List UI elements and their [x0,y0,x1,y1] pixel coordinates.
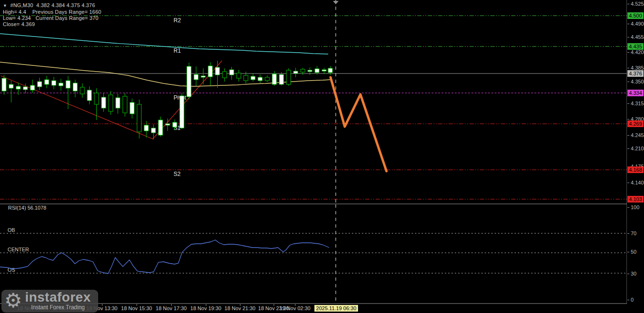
scale-tick-label: 4.315 [631,101,644,106]
symbol-info-line: ▼ #NG,M30 4.382 4.384 4.375 4.376 [3,2,95,8]
price-level-badge: 4.500 [627,12,644,19]
candle-bull [187,66,191,97]
scale-tick-label: 4.420 [631,50,644,55]
candle-bull [2,78,6,91]
rsi-guide-label-OB: OB [8,227,15,233]
gear-icon: ⚙ [4,291,22,311]
logo-name: instaforex [25,291,91,304]
scale-tick-mark [627,68,629,68]
scale-tick-mark [627,183,629,183]
chart-canvas[interactable]: R2R1PivotS1S2OBCENTEROS [0,0,627,313]
forecast-arrow-line[interactable] [331,77,386,171]
candle-bear [137,104,141,132]
info-high-range: High= 4.4 Previous Days Range= 1660 [3,9,101,15]
candle-bear [265,77,269,81]
candle-bull [294,71,298,74]
candle-bear [123,96,127,113]
candle-bull [258,77,262,81]
scale-tick-label: 30 [631,271,636,276]
candle-bull [144,125,148,131]
candle-bull [328,68,332,73]
candle-bull [101,97,106,108]
ma-line-cyan[interactable] [0,34,328,54]
scale-tick-mark [627,4,629,4]
price-level-badge: 4.376 [627,70,644,77]
candle-bull [16,86,20,89]
scale-tick-mark [627,300,629,300]
scale-tick-mark [627,148,629,149]
candle-bull [215,67,220,75]
scale-tick-label: 70 [631,231,636,236]
time-marker-triangle-icon[interactable] [333,1,339,4]
candle-bull [23,87,28,90]
scale-tick-label: 4.525 [631,1,644,7]
candle-bull [158,120,163,135]
rsi-indicator-label: RSI(14) 56.1078 [8,205,46,211]
logo-tagline: Instant Forex Trading [31,304,84,311]
price-level-badge: 4.103 [627,196,644,203]
candle-bull [52,81,56,85]
chart-window: R2R1PivotS1S2OBCENTEROS ▼ #NG,M30 4.382 … [0,0,644,313]
candle-bear [222,72,227,78]
scale-tick-mark [627,252,629,252]
candle-bull [45,80,49,84]
candle-bear [80,87,84,94]
scale-tick-label: 0 [631,297,634,303]
scale-tick-mark [627,82,629,82]
scale-tick-mark [627,233,629,234]
scale-tick-mark [627,119,629,120]
candle-bear [94,93,99,104]
rsi-line [0,240,329,274]
candle-bull [230,70,234,75]
price-level-badge: 4.168 [627,166,644,173]
candle-bear [237,73,241,78]
candle-bull [166,124,170,125]
level-label-R1: R1 [174,47,181,54]
scale-tick-mark [627,207,629,208]
candle-bull [30,85,35,90]
candle-bull [173,122,177,127]
scale-tick-mark [627,37,629,37]
instaforex-logo: ⚙ instaforex Instant Forex Trading [1,290,98,313]
candle-bull [201,76,205,77]
candle-bear [244,75,248,81]
candle-bull [251,76,255,80]
candle-bull [59,83,63,86]
crosshair-time-badge: 2025.11.19 06:30 [314,305,358,312]
scale-tick-label: 4.245 [631,133,644,138]
candle-bear [109,95,113,111]
scale-tick-label: 4.140 [631,180,644,185]
price-level-badge: 4.435 [627,43,644,50]
price-scale[interactable]: 4.5254.4904.4554.4204.3854.3504.3154.280… [627,0,644,313]
candle-bull [208,66,212,77]
candle-bull [151,128,156,133]
candle-bull [87,90,92,101]
candle-bull [272,74,276,84]
scale-tick-label: 4.210 [631,146,644,151]
price-level-badge: 4.269 [627,120,644,127]
info-low-range: Low= 4.234 Current Days Range= 370 [3,15,99,21]
scale-tick-label: 4.350 [631,79,644,84]
rsi-guide-label-CENTER: CENTER [8,247,29,252]
candle-bull [37,82,42,87]
scale-tick-mark [627,24,629,24]
collapse-triangle-icon[interactable]: ▼ [3,3,7,8]
info-close: Close= 4.369 [3,21,35,27]
scale-tick-mark [627,52,629,53]
symbol-ohlc: #NG,M30 4.382 4.384 4.375 4.376 [10,2,95,8]
candle-bull [116,98,120,108]
candle-bull [194,74,198,80]
candle-bull [180,96,184,128]
scale-tick-label: 4.490 [631,21,644,27]
candle-bull [66,81,70,88]
level-label-S2: S2 [174,171,181,177]
scale-tick-mark [627,135,629,136]
candle-bull [130,102,134,114]
price-level-badge: 4.334 [627,90,644,96]
candle-bull [73,83,77,91]
candle-bear [301,69,305,72]
scale-tick-label: 50 [631,249,636,255]
candle-bull [279,74,284,84]
scale-tick-mark [627,274,629,274]
scale-tick-label: 4.455 [631,35,644,40]
